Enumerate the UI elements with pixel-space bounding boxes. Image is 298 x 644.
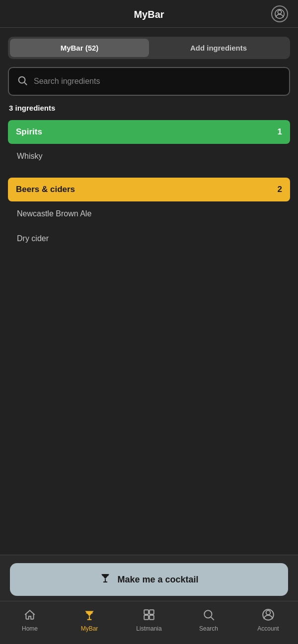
ingredient-whisky[interactable]: Whisky bbox=[8, 144, 290, 169]
listmania-icon bbox=[143, 608, 155, 623]
beers-count: 2 bbox=[278, 185, 282, 194]
svg-rect-13 bbox=[149, 610, 154, 614]
nav-account[interactable]: Account bbox=[238, 606, 298, 634]
search-box bbox=[8, 67, 290, 96]
svg-line-3 bbox=[24, 82, 27, 85]
category-beers[interactable]: Beers & ciders 2 bbox=[8, 178, 290, 201]
spirits-label: Spirits bbox=[16, 127, 42, 137]
nav-listmania[interactable]: Listmania bbox=[119, 606, 179, 634]
search-nav-icon bbox=[202, 608, 215, 623]
header: MyBar bbox=[0, 0, 298, 27]
spirits-count: 1 bbox=[278, 127, 282, 137]
section-spacer bbox=[8, 169, 290, 178]
nav-listmania-label: Listmania bbox=[136, 625, 161, 632]
account-nav-icon bbox=[262, 608, 275, 623]
svg-rect-12 bbox=[144, 610, 149, 614]
account-icon[interactable] bbox=[271, 5, 288, 22]
nav-account-label: Account bbox=[257, 625, 279, 632]
mybar-icon bbox=[83, 608, 96, 623]
tabs-container: MyBar (52) Add ingredients bbox=[8, 37, 290, 59]
svg-marker-4 bbox=[101, 574, 109, 579]
cocktail-icon bbox=[99, 572, 111, 587]
svg-point-18 bbox=[266, 610, 271, 615]
bottom-section: Make me a cocktail bbox=[0, 555, 298, 601]
ingredients-count: 3 ingredients bbox=[8, 104, 290, 112]
home-icon bbox=[23, 608, 36, 623]
ingredients-number: 3 bbox=[9, 104, 13, 112]
nav-search[interactable]: Search bbox=[179, 606, 238, 634]
svg-rect-14 bbox=[144, 615, 149, 620]
svg-marker-8 bbox=[85, 611, 93, 616]
nav-mybar[interactable]: MyBar bbox=[60, 606, 119, 634]
make-cocktail-label: Make me a cocktail bbox=[117, 575, 198, 585]
make-cocktail-button[interactable]: Make me a cocktail bbox=[10, 563, 288, 596]
ingredient-dry-cider[interactable]: Dry cider bbox=[8, 226, 290, 251]
svg-line-17 bbox=[211, 617, 214, 620]
main-content: MyBar (52) Add ingredients 3 ingredients… bbox=[0, 28, 298, 555]
search-icon bbox=[17, 75, 28, 88]
ingredient-newcastle[interactable]: Newcastle Brown Ale bbox=[8, 201, 290, 226]
category-spirits[interactable]: Spirits 1 bbox=[8, 120, 290, 144]
tab-mybar[interactable]: MyBar (52) bbox=[10, 39, 149, 57]
beers-label: Beers & ciders bbox=[16, 185, 75, 194]
svg-point-16 bbox=[204, 610, 212, 618]
header-title: MyBar bbox=[134, 9, 164, 20]
nav-home-label: Home bbox=[22, 625, 38, 632]
svg-rect-15 bbox=[149, 615, 154, 620]
svg-point-0 bbox=[278, 10, 281, 13]
tab-add-ingredients[interactable]: Add ingredients bbox=[149, 39, 288, 57]
bottom-nav: Home MyBar Listmania bbox=[0, 601, 298, 644]
nav-search-label: Search bbox=[199, 625, 218, 632]
svg-point-2 bbox=[19, 77, 25, 83]
nav-mybar-label: MyBar bbox=[81, 625, 98, 632]
ingredients-label: ingredients bbox=[15, 104, 56, 112]
nav-home[interactable]: Home bbox=[0, 606, 60, 634]
search-input[interactable] bbox=[34, 77, 281, 86]
